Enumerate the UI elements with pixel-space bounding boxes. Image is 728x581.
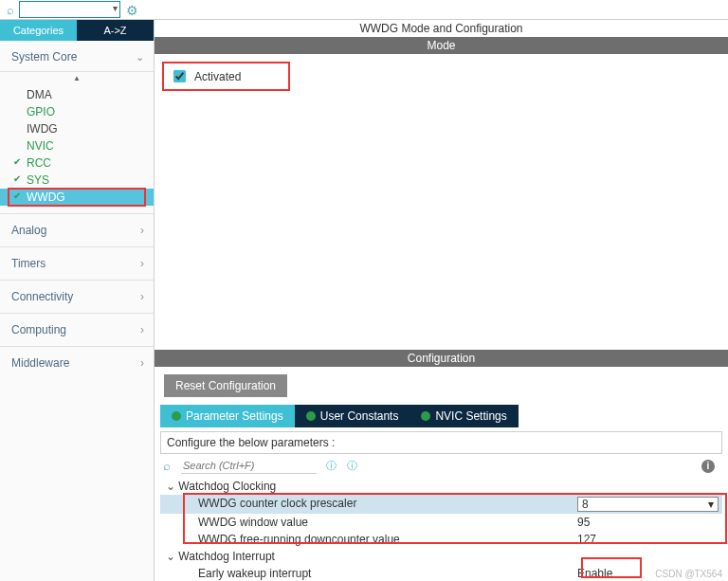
subtab-user-constants[interactable]: User Constants	[295, 405, 410, 427]
prev-icon[interactable]: ⓘ	[324, 460, 337, 473]
chevron-right-icon: ›	[140, 323, 144, 336]
sidebar-item-gpio[interactable]: GPIO	[0, 103, 154, 120]
param-row[interactable]: WWDG free-running downcounter value127	[160, 531, 722, 548]
chevron-down-icon: ▾	[113, 3, 118, 13]
param-row[interactable]: WWDG window value95	[160, 514, 722, 531]
chevron-right-icon: ›	[140, 257, 144, 270]
scroll-up-icon[interactable]: ▲	[0, 72, 154, 84]
sidebar-item-sys[interactable]: SYS	[0, 172, 154, 189]
sidebar-item-wwdg[interactable]: WWDG	[0, 189, 154, 206]
category-computing[interactable]: Computing›	[0, 313, 154, 346]
category-timers[interactable]: Timers›	[0, 246, 154, 280]
parameter-table: ⌄ Watchdog ClockingWWDG counter clock pr…	[155, 478, 728, 581]
global-search-input[interactable]: ▾	[19, 1, 120, 18]
reset-configuration-button[interactable]: Reset Configuration	[164, 374, 287, 397]
configuration-section-header: Configuration	[155, 350, 728, 367]
collapse-icon: ⌄	[166, 550, 175, 563]
system-core-tree: DMAGPIOIWDGNVICRCCSYSWWDG	[0, 84, 154, 213]
check-icon	[172, 411, 181, 421]
main-panel: WWDG Mode and Configuration Mode Activat…	[155, 20, 728, 581]
param-group[interactable]: ⌄ Watchdog Clocking	[160, 478, 722, 495]
activated-checkbox[interactable]	[173, 70, 186, 82]
gear-icon[interactable]: ⚙	[126, 3, 139, 16]
sidebar: Categories A->Z System Core ⌄ ▲ DMAGPIOI…	[0, 20, 155, 581]
param-group[interactable]: ⌄ Watchdog Interrupt	[160, 548, 722, 565]
next-icon[interactable]: ⓘ	[345, 460, 358, 473]
sidebar-item-iwdg[interactable]: IWDG	[0, 120, 154, 137]
check-icon	[421, 411, 430, 421]
search-icon: ⌕	[4, 3, 17, 16]
activated-checkbox-wrap[interactable]: Activated	[162, 62, 290, 91]
param-row[interactable]: Early wakeup interruptEnable	[160, 565, 722, 581]
chevron-down-icon: ⌄	[136, 51, 144, 64]
watermark: CSDN @TX564	[655, 569, 722, 579]
sidebar-item-dma[interactable]: DMA	[0, 86, 154, 103]
chevron-right-icon: ›	[140, 356, 144, 370]
collapse-icon: ⌄	[166, 480, 175, 493]
info-icon[interactable]: i	[701, 460, 715, 473]
subtab-parameter-settings[interactable]: Parameter Settings	[160, 405, 295, 427]
subtab-nvic-settings[interactable]: NVIC Settings	[410, 405, 518, 427]
category-label: System Core	[11, 50, 77, 64]
param-row[interactable]: WWDG counter clock prescaler8▾	[160, 495, 722, 514]
chevron-down-icon: ▾	[708, 498, 714, 511]
category-middleware[interactable]: Middleware›	[0, 346, 154, 379]
check-icon	[306, 411, 316, 421]
category-analog[interactable]: Analog›	[0, 213, 154, 246]
mode-section-header: Mode	[155, 37, 728, 54]
page-title: WWDG Mode and Configuration	[155, 20, 728, 37]
param-search-input[interactable]	[181, 458, 317, 474]
tab-categories[interactable]: Categories	[0, 20, 77, 41]
chevron-right-icon: ›	[140, 224, 144, 237]
param-value-dropdown[interactable]: 8▾	[577, 497, 719, 512]
chevron-right-icon: ›	[140, 290, 144, 303]
tab-a-z[interactable]: A->Z	[77, 20, 154, 41]
search-icon: ⌕	[160, 460, 173, 473]
activated-label: Activated	[194, 70, 241, 83]
sidebar-item-rcc[interactable]: RCC	[0, 154, 154, 172]
sidebar-item-nvic[interactable]: NVIC	[0, 137, 154, 154]
category-system-core[interactable]: System Core ⌄	[0, 41, 154, 72]
category-connectivity[interactable]: Connectivity›	[0, 280, 154, 313]
configure-hint: Configure the below parameters :	[160, 431, 722, 454]
